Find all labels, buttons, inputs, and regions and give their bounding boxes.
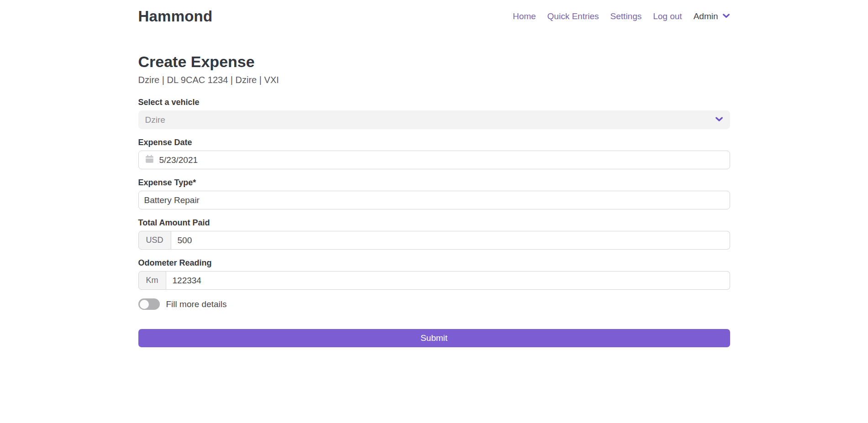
fill-more-details-row: Fill more details — [138, 298, 730, 310]
expense-date-input-wrap — [138, 151, 730, 169]
total-amount-input[interactable] — [171, 231, 730, 250]
total-amount-label: Total Amount Paid — [138, 218, 730, 228]
vehicle-summary-subtitle: Dzire | DL 9CAC 1234 | Dzire | VXI — [138, 75, 730, 85]
create-expense-form-section: Create Expense Dzire | DL 9CAC 1234 | Dz… — [138, 32, 730, 347]
expense-type-input-wrap — [138, 191, 730, 209]
odometer-input-group: Km — [138, 271, 730, 290]
expense-date-field: Expense Date — [138, 138, 730, 169]
vehicle-field: Select a vehicle Dzire — [138, 98, 730, 129]
chevron-down-icon — [722, 12, 730, 21]
expense-date-label: Expense Date — [138, 138, 730, 147]
expense-type-input[interactable] — [139, 191, 730, 209]
odometer-field: Odometer Reading Km — [138, 258, 730, 290]
user-menu-label: Admin — [694, 11, 718, 21]
page-root: Hammond Home Quick Entries Settings Log … — [0, 0, 868, 423]
fill-more-details-toggle[interactable] — [138, 298, 160, 310]
user-menu-dropdown[interactable]: Admin — [694, 11, 730, 21]
navbar: Hammond Home Quick Entries Settings Log … — [0, 0, 868, 32]
currency-prefix: USD — [138, 231, 171, 250]
calendar-icon — [145, 155, 154, 165]
brand-logo[interactable]: Hammond — [138, 8, 213, 25]
chevron-down-icon — [715, 115, 723, 125]
nav-item-settings[interactable]: Settings — [610, 11, 642, 21]
expense-date-input[interactable] — [154, 151, 730, 169]
expense-type-label: Expense Type* — [138, 178, 730, 188]
total-amount-input-group: USD — [138, 231, 730, 250]
create-expense-form: Select a vehicle Dzire Expense Date — [138, 98, 730, 347]
odometer-input[interactable] — [166, 271, 730, 290]
main-nav: Home Quick Entries Settings Log out Admi… — [513, 11, 730, 21]
nav-item-home[interactable]: Home — [513, 11, 536, 21]
distance-unit-prefix: Km — [138, 271, 166, 290]
fill-more-details-label: Fill more details — [166, 299, 227, 309]
toggle-knob — [140, 300, 149, 309]
nav-item-logout[interactable]: Log out — [653, 11, 682, 21]
odometer-label: Odometer Reading — [138, 258, 730, 268]
vehicle-select[interactable]: Dzire — [138, 110, 730, 129]
expense-type-field: Expense Type* — [138, 178, 730, 209]
submit-button[interactable]: Submit — [138, 329, 730, 347]
total-amount-field: Total Amount Paid USD — [138, 218, 730, 250]
nav-item-quick-entries[interactable]: Quick Entries — [547, 11, 599, 21]
vehicle-select-value: Dzire — [145, 115, 165, 125]
vehicle-select-label: Select a vehicle — [138, 98, 730, 107]
page-title: Create Expense — [138, 53, 730, 71]
